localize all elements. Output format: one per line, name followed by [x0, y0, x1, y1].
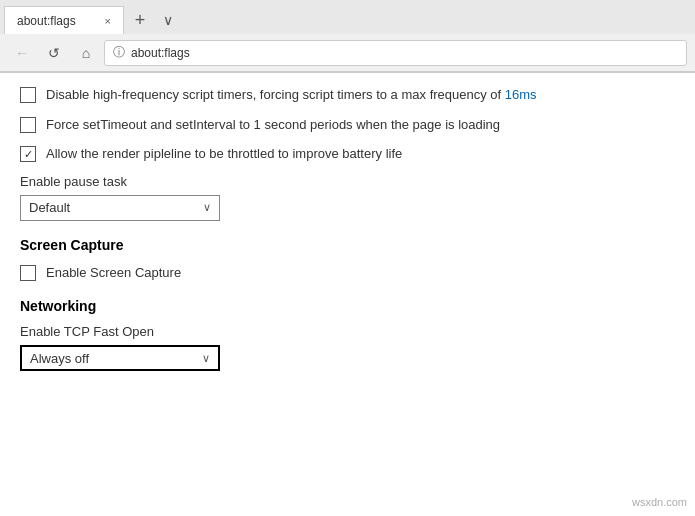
pause-task-value: Default: [29, 200, 70, 215]
screen-capture-header: Screen Capture: [20, 237, 675, 253]
pause-task-arrow: ∨: [203, 201, 211, 214]
tcp-fast-open-value: Always off: [30, 351, 89, 366]
pause-task-section: Enable pause task Default ∨: [20, 174, 675, 221]
screen-capture-section: Screen Capture Enable Screen Capture: [20, 237, 675, 283]
tab-close-button[interactable]: ×: [105, 15, 111, 27]
networking-section: Networking Enable TCP Fast Open Always o…: [20, 298, 675, 371]
flag-item-2: Force setTimeout and setInterval to 1 se…: [20, 115, 675, 135]
flag-text-2: Force setTimeout and setInterval to 1 se…: [46, 115, 500, 135]
pause-task-dropdown-wrapper: Default ∨: [20, 195, 675, 221]
active-tab[interactable]: about:flags ×: [4, 6, 124, 34]
back-button[interactable]: ←: [8, 39, 36, 67]
checkbox-3[interactable]: [20, 146, 36, 162]
tab-menu-button[interactable]: ∨: [154, 6, 182, 34]
checkbox-wrapper-3: [20, 146, 36, 162]
pause-task-label: Enable pause task: [20, 174, 675, 189]
address-text: about:flags: [131, 46, 190, 60]
flag-item-3: Allow the render pipleline to be throttl…: [20, 144, 675, 164]
checkbox-wrapper-2: [20, 117, 36, 133]
flag-item-1: Disable high-frequency script timers, fo…: [20, 85, 675, 105]
tab-bar: about:flags × + ∨: [0, 0, 695, 34]
nav-bar: ← ↺ ⌂ ⓘ about:flags: [0, 34, 695, 72]
networking-header: Networking: [20, 298, 675, 314]
checkbox-wrapper-1: [20, 87, 36, 103]
back-icon: ←: [15, 45, 29, 61]
tcp-fast-open-dropdown[interactable]: Always off ∨: [20, 345, 220, 371]
address-bar[interactable]: ⓘ about:flags: [104, 40, 687, 66]
flag-text-3: Allow the render pipleline to be throttl…: [46, 144, 402, 164]
home-button[interactable]: ⌂: [72, 39, 100, 67]
screen-capture-checkbox[interactable]: [20, 265, 36, 281]
home-icon: ⌂: [82, 45, 90, 61]
new-tab-button[interactable]: +: [126, 6, 154, 34]
tcp-fast-open-arrow: ∨: [202, 352, 210, 365]
flag-text-1: Disable high-frequency script timers, fo…: [46, 85, 537, 105]
screen-capture-checkbox-wrapper: [20, 265, 36, 281]
watermark: wsxdn.com: [632, 496, 687, 508]
checkbox-2[interactable]: [20, 117, 36, 133]
browser-chrome: about:flags × + ∨ ← ↺ ⌂ ⓘ about:flags: [0, 0, 695, 73]
tcp-fast-open-label: Enable TCP Fast Open: [20, 324, 675, 339]
reload-icon: ↺: [48, 45, 60, 61]
reload-button[interactable]: ↺: [40, 39, 68, 67]
pause-task-dropdown[interactable]: Default ∨: [20, 195, 220, 221]
checkbox-1[interactable]: [20, 87, 36, 103]
screen-capture-item: Enable Screen Capture: [20, 263, 675, 283]
tcp-dropdown-wrapper: Always off ∨: [20, 345, 675, 371]
screen-capture-label: Enable Screen Capture: [46, 263, 181, 283]
tab-title: about:flags: [17, 14, 97, 28]
page-content: Disable high-frequency script timers, fo…: [0, 73, 695, 516]
info-icon: ⓘ: [113, 44, 125, 61]
